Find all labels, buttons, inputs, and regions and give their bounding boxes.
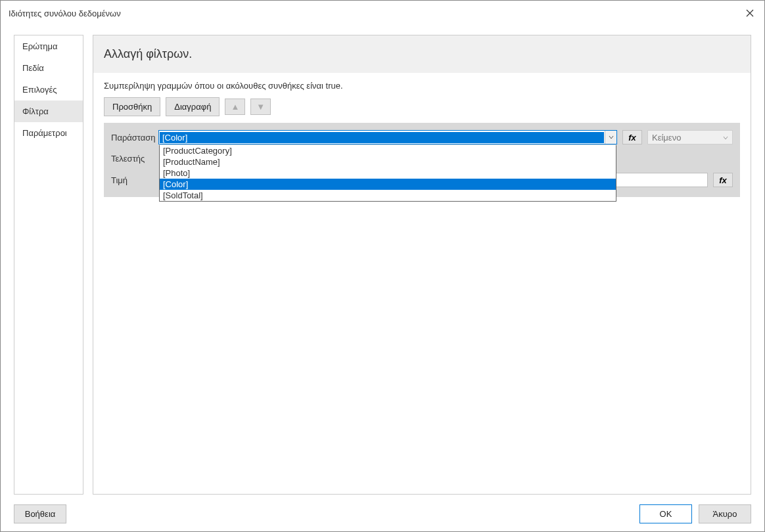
expression-dropdown-toggle[interactable] [605,131,616,144]
delete-button[interactable]: Διαγραφή [166,97,220,116]
ok-button[interactable]: OK [639,504,692,523]
window-title: Ιδιότητες συνόλου δεδομένων [9,9,743,18]
sidebar-item-query[interactable]: Ερώτημα [14,35,83,57]
expression-selected-value: [Color] [160,132,604,143]
chevron-down-icon [609,135,614,140]
add-button[interactable]: Προσθήκη [104,97,160,116]
page-subheading: Συμπερίληψη γραμμών όπου οι ακόλουθες συ… [93,73,751,91]
help-button[interactable]: Βοήθεια [14,504,66,523]
filter-toolbar: Προσθήκη Διαγραφή ▲ ▼ [93,91,751,123]
chevron-down-icon [723,133,728,143]
dropdown-option[interactable]: [Photo] [160,167,616,179]
sidebar-item-parameters[interactable]: Παράμετροι [14,122,83,144]
fx-icon: fx [719,175,727,185]
close-icon [746,9,754,17]
sidebar-nav: Ερώτημα Πεδία Επιλογές Φίλτρα Παράμετροι [14,35,83,495]
fx-icon: fx [628,133,636,143]
operator-label: Τελεστής [111,154,158,164]
close-button[interactable] [743,7,756,20]
dropdown-option[interactable]: [ProductCategory] [160,145,616,156]
move-up-button[interactable]: ▲ [225,99,245,115]
sidebar-item-fields[interactable]: Πεδία [14,57,83,79]
move-down-button[interactable]: ▼ [250,99,271,115]
dialog-footer: Βοήθεια OK Άκυρο [14,504,751,523]
type-combo[interactable]: Κείμενο [647,130,733,144]
content-area: Ερώτημα Πεδία Επιλογές Φίλτρα Παράμετροι… [14,35,751,495]
expression-combo[interactable]: [Color] [ProductCategory] [ProductName] … [158,130,617,144]
arrow-up-icon: ▲ [231,102,239,112]
type-value: Κείμενο [652,133,681,143]
sidebar-item-options[interactable]: Επιλογές [14,79,83,100]
value-fx-button[interactable]: fx [713,173,733,187]
page-heading: Αλλαγή φίλτρων. [93,35,751,73]
cancel-button[interactable]: Άκυρο [699,504,751,523]
dropdown-option[interactable]: [ProductName] [160,156,616,167]
sidebar-item-filters[interactable]: Φίλτρα [14,100,83,122]
expression-row: Παράσταση [Color] [ProductCategory] [Pro… [111,130,733,144]
titlebar: Ιδιότητες συνόλου δεδομένων [1,1,764,26]
filter-editor: Παράσταση [Color] [ProductCategory] [Pro… [104,123,740,197]
dropdown-option[interactable]: [Color] [160,179,616,190]
expression-label: Παράσταση [111,133,158,143]
arrow-down-icon: ▼ [256,102,265,112]
value-label: Τιμή [111,175,158,185]
main-panel: Αλλαγή φίλτρων. Συμπερίληψη γραμμών όπου… [93,35,751,495]
expression-fx-button[interactable]: fx [622,130,642,144]
expression-dropdown-list: [ProductCategory] [ProductName] [Photo] … [159,145,616,202]
dropdown-option[interactable]: [SoldTotal] [160,190,616,201]
